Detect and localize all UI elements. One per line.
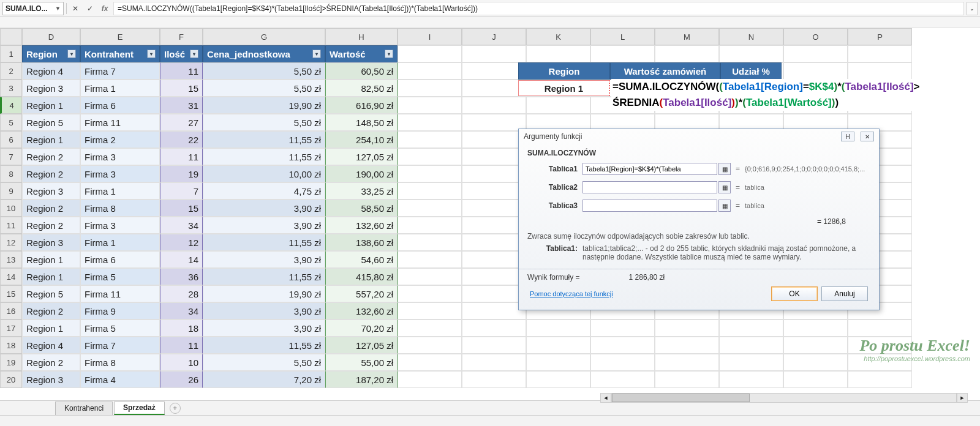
formula-input[interactable]: =SUMA.ILOCZYNÓW((Tabela1[Region]=$K$4)*(… [113,2,964,15]
name-box[interactable]: SUMA.ILO... ▼ [2,2,64,15]
empty-cell[interactable] [398,45,462,62]
empty-cell[interactable] [462,148,526,165]
table-header[interactable]: Wartość▾ [325,45,398,62]
cell-cena[interactable]: 11,55 zł [203,234,325,251]
cell-ilosc[interactable]: 31 [160,97,203,114]
filter-icon[interactable]: ▾ [147,50,156,58]
empty-cell[interactable] [590,45,655,62]
cancel-button[interactable]: Anuluj [821,286,868,301]
cell-ilosc[interactable]: 14 [160,251,203,268]
cell-region[interactable]: Region 4 [22,62,80,80]
cell-wartosc[interactable]: 82,50 zł [325,80,398,97]
cell-wartosc[interactable]: 187,20 zł [325,371,398,388]
filter-icon[interactable]: ▾ [385,50,393,58]
empty-cell[interactable] [398,354,462,371]
region-cell[interactable]: Region 1 [518,80,610,96]
row-header-7[interactable]: 7 [0,148,22,165]
empty-cell[interactable] [462,285,526,302]
col-header-N[interactable]: N [719,28,783,45]
empty-cell[interactable] [398,62,462,80]
table-header[interactable]: Cena_jednostkowa▾ [203,45,325,62]
cell-wartosc[interactable]: 616,90 zł [325,97,398,114]
cell-kontrahent[interactable]: Firma 9 [80,302,160,320]
cell-ilosc[interactable]: 19 [160,165,203,182]
col-header-D[interactable]: D [22,28,80,45]
empty-cell[interactable] [398,251,462,268]
col-header-I[interactable]: I [398,28,462,45]
cell-region[interactable]: Region 2 [22,354,80,371]
empty-cell[interactable] [590,320,655,337]
cell-cena[interactable]: 19,90 zł [203,97,325,114]
cell-kontrahent[interactable]: Firma 8 [80,200,160,217]
empty-cell[interactable] [655,354,719,371]
row-header-6[interactable]: 6 [0,131,22,148]
empty-cell[interactable] [462,62,526,80]
row-header-9[interactable]: 9 [0,182,22,200]
cell-wartosc[interactable]: 127,05 zł [325,148,398,165]
arg-input-2[interactable] [582,181,717,193]
empty-cell[interactable] [526,97,590,114]
col-header-J[interactable]: J [462,28,526,45]
empty-cell[interactable] [655,320,719,337]
empty-cell[interactable] [398,302,462,320]
cell-wartosc[interactable]: 138,60 zł [325,234,398,251]
empty-cell[interactable] [462,114,526,131]
col-header-G[interactable]: G [203,28,325,45]
cell-region[interactable]: Region 1 [22,320,80,337]
cell-cena[interactable]: 11,55 zł [203,131,325,148]
range-picker-icon[interactable]: ▦ [718,163,731,175]
empty-cell[interactable] [462,234,526,251]
cell-kontrahent[interactable]: Firma 7 [80,337,160,354]
cell-cena[interactable]: 3,90 zł [203,302,325,320]
empty-cell[interactable] [462,217,526,234]
empty-cell[interactable] [398,200,462,217]
cell-region[interactable]: Region 3 [22,371,80,388]
cell-region[interactable]: Region 3 [22,182,80,200]
empty-cell[interactable] [719,320,783,337]
cell-region[interactable]: Region 1 [22,268,80,285]
row-header-1[interactable]: 1 [0,45,22,62]
empty-cell[interactable] [526,45,590,62]
accept-formula-icon[interactable]: ✓ [84,2,96,15]
range-picker-icon[interactable]: ▦ [718,200,731,212]
empty-cell[interactable] [783,337,848,354]
inline-formula-edit[interactable]: =SUMA.ILOCZYNÓW((Tabela1[Region]=$K$4)*(… [611,79,954,111]
table-header[interactable]: Region▾ [22,45,80,62]
cell-wartosc[interactable]: 127,05 zł [325,337,398,354]
empty-cell[interactable] [526,371,590,388]
empty-cell[interactable] [526,337,590,354]
col-header-M[interactable]: M [655,28,719,45]
cell-wartosc[interactable]: 190,00 zł [325,165,398,182]
filter-icon[interactable]: ▾ [312,50,321,58]
empty-cell[interactable] [526,320,590,337]
cell-wartosc[interactable]: 70,20 zł [325,320,398,337]
empty-cell[interactable] [462,131,526,148]
empty-cell[interactable] [783,62,848,80]
cell-wartosc[interactable]: 54,60 zł [325,251,398,268]
col-header-L[interactable]: L [590,28,655,45]
cell-cena[interactable]: 11,55 zł [203,337,325,354]
cell-wartosc[interactable]: 148,50 zł [325,114,398,131]
empty-cell[interactable] [848,371,912,388]
cell-ilosc[interactable]: 27 [160,114,203,131]
cell-cena[interactable]: 3,90 zł [203,217,325,234]
cell-wartosc[interactable]: 415,80 zł [325,268,398,285]
cell-region[interactable]: Region 2 [22,165,80,182]
cell-ilosc[interactable]: 10 [160,354,203,371]
range-picker-icon[interactable]: ▦ [718,181,731,193]
empty-cell[interactable] [590,337,655,354]
empty-cell[interactable] [783,45,848,62]
cancel-formula-icon[interactable]: ✕ [69,2,81,15]
empty-cell[interactable] [462,354,526,371]
empty-cell[interactable] [526,354,590,371]
empty-cell[interactable] [848,320,912,337]
close-icon[interactable]: ✕ [861,132,874,141]
cell-kontrahent[interactable]: Firma 1 [80,234,160,251]
empty-cell[interactable] [783,371,848,388]
cell-cena[interactable]: 3,90 zł [203,251,325,268]
col-header-E[interactable]: E [80,28,160,45]
arg-input-1[interactable] [582,163,717,175]
row-header-15[interactable]: 15 [0,285,22,302]
col-header-O[interactable]: O [783,28,848,45]
cell-kontrahent[interactable]: Firma 11 [80,285,160,302]
